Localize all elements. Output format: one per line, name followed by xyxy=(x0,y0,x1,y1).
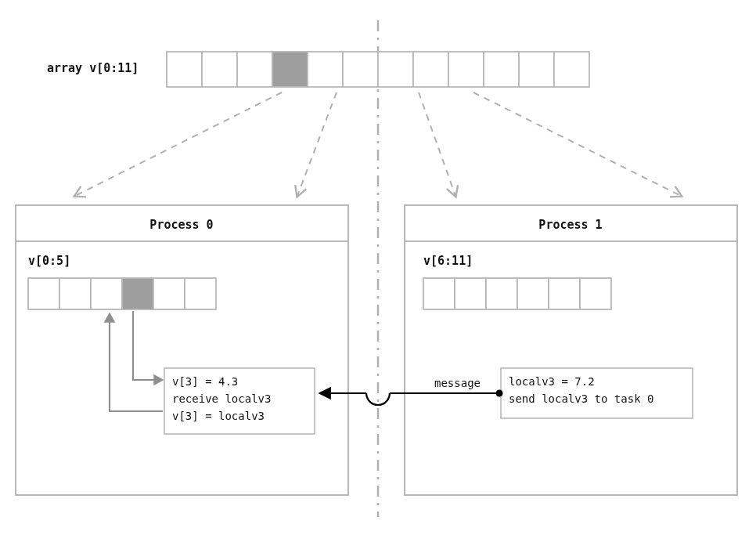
array-cell xyxy=(28,278,59,309)
svg-line-3 xyxy=(473,92,681,196)
array-cell xyxy=(59,278,91,309)
array-cell xyxy=(237,52,272,87)
process-1-box: Process 1 v[6:11] localv3 = 7.2 send loc… xyxy=(405,205,737,495)
array-cell xyxy=(167,52,202,87)
process-0-subarray-label: v[0:5] xyxy=(28,254,70,268)
array-cell xyxy=(519,52,554,87)
array-cell xyxy=(423,278,455,309)
array-cell xyxy=(448,52,484,87)
svg-line-0 xyxy=(75,92,282,196)
array-cell xyxy=(153,278,185,309)
array-cell xyxy=(308,52,343,87)
array-cell xyxy=(185,278,216,309)
process-1-title: Process 1 xyxy=(538,218,602,232)
array-cell xyxy=(455,278,486,309)
svg-rect-4 xyxy=(16,205,348,495)
array-cell xyxy=(580,278,611,309)
array-cell xyxy=(413,52,448,87)
process-0-array xyxy=(28,278,216,309)
svg-line-2 xyxy=(419,92,455,196)
array-cell xyxy=(549,278,580,309)
array-cell xyxy=(554,52,589,87)
process-0-code-line3: v[3] = localv3 xyxy=(172,410,265,422)
array-cell xyxy=(517,278,549,309)
array-cell xyxy=(484,52,519,87)
array-cell xyxy=(378,52,413,87)
message-arrow-group: message xyxy=(319,377,503,405)
process-1-code-line2: send localv3 to task 0 xyxy=(509,392,653,405)
svg-line-1 xyxy=(297,92,337,196)
process-1-code-line1: localv3 = 7.2 xyxy=(509,375,595,388)
array-cell xyxy=(343,52,378,87)
process-1-subarray-label: v[6:11] xyxy=(423,254,473,268)
p0-cell-to-code-arrow xyxy=(133,311,163,380)
p0-code-to-cell-arrow xyxy=(110,313,163,411)
array-cell xyxy=(91,278,122,309)
process-1-array xyxy=(423,278,611,309)
process-0-code-line1: v[3] = 4.3 xyxy=(172,375,238,388)
array-cell xyxy=(486,278,517,309)
array-label: array v[0:11] xyxy=(47,61,139,75)
message-label: message xyxy=(434,377,481,389)
array-cell xyxy=(272,52,308,87)
process-0-title: Process 0 xyxy=(149,218,213,232)
process-0-box: Process 0 v[0:5] v[3] = 4.3 receive loca… xyxy=(16,205,348,495)
array-cell xyxy=(202,52,237,87)
svg-rect-6 xyxy=(405,205,737,495)
process-0-code-line2: receive localv3 xyxy=(172,392,271,405)
array-cell xyxy=(122,278,153,309)
top-array xyxy=(167,52,589,87)
